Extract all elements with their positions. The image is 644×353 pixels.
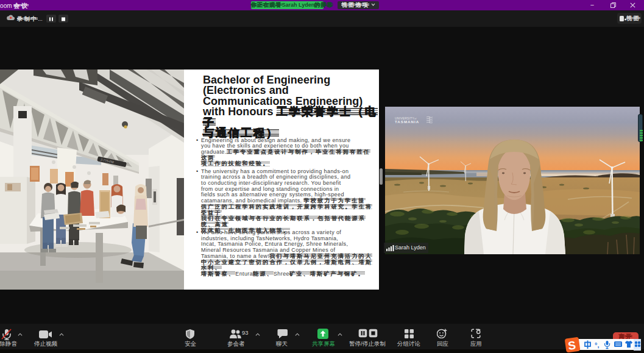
svg-text:°,: °, — [595, 341, 599, 349]
svg-text:TASMANIA: TASMANIA — [395, 119, 419, 124]
